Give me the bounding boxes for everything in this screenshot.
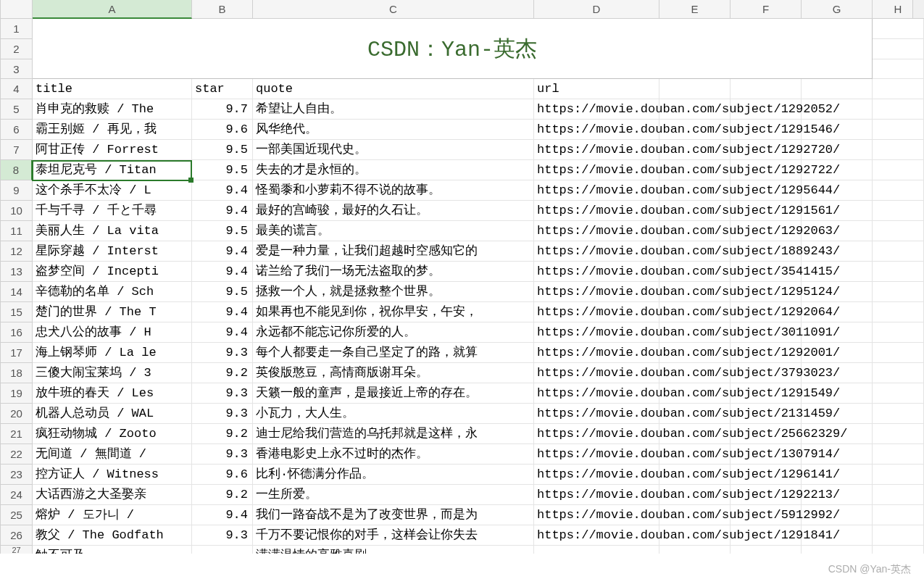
row-header[interactable]: 22 [0,444,33,465]
cell-star[interactable]: 9.5 [192,140,253,160]
header-title[interactable]: title [33,79,192,99]
cell-url[interactable]: https://movie.douban.com/subject/1296141… [534,465,659,485]
cell-title[interactable]: 这个杀手不太冷 / L [33,180,192,201]
cell-quote[interactable]: 千万不要记恨你的对手，这样会让你失去 [253,525,534,546]
row-header[interactable]: 26 [0,525,33,546]
row-header[interactable]: 15 [0,302,33,322]
cell-url[interactable]: https://movie.douban.com/subject/3541415… [534,262,659,282]
cell-quote[interactable]: 英俊版憨豆，高情商版谢耳朵。 [253,363,534,383]
cell-url[interactable]: https://movie.douban.com/subject/3793023… [534,363,659,383]
cell-star[interactable]: 9.5 [192,221,253,241]
cell-url[interactable]: https://movie.douban.com/subject/1889243… [534,241,659,262]
cell-url[interactable] [534,546,659,554]
cell-quote[interactable]: 一生所爱。 [253,485,534,505]
row-header[interactable]: 9 [0,180,33,201]
cell-title[interactable]: 机器人总动员 / WAL [33,404,192,424]
cell-url[interactable]: https://movie.douban.com/subject/1291561… [534,201,659,221]
cell-title[interactable]: 星际穿越 / Interst [33,241,192,262]
cell-url[interactable]: https://movie.douban.com/subject/1291841… [534,525,659,546]
cell-url[interactable]: https://movie.douban.com/subject/3011091… [534,322,659,343]
cell-title[interactable]: 熔炉 / 도가니 / [33,505,192,525]
row-header[interactable]: 2 [0,39,33,59]
cell-star[interactable]: 9.3 [192,525,253,546]
row-header[interactable]: 8 [0,160,33,180]
cell-url[interactable]: https://movie.douban.com/subject/2131459… [534,404,659,424]
cell-url[interactable]: https://movie.douban.com/subject/1292052… [534,99,659,120]
cell-title[interactable]: 控方证人 / Witness [33,465,192,485]
cell-title[interactable]: 教父 / The Godfath [33,525,192,546]
cell-quote[interactable]: 最好的宫崎骏，最好的久石让。 [253,201,534,221]
cell-title[interactable]: 无间道 / 無間道 / [33,444,192,465]
cell-quote[interactable]: 最美的谎言。 [253,221,534,241]
cell-url[interactable]: https://movie.douban.com/subject/1291549… [534,383,659,404]
row-header[interactable]: 24 [0,485,33,505]
cell-star[interactable]: 9.3 [192,343,253,363]
cell-quote[interactable]: 诺兰给了我们一场无法盗取的梦。 [253,262,534,282]
cell-quote[interactable]: 我们一路奋战不是为了改变世界，而是为 [253,505,534,525]
cell-title[interactable]: 楚门的世界 / The T [33,302,192,322]
cell-url[interactable]: https://movie.douban.com/subject/1295644… [534,180,659,201]
cell-quote[interactable]: 迪士尼给我们营造的乌托邦就是这样，永 [253,424,534,444]
cell-title[interactable]: 三傻大闹宝莱坞 / 3 [33,363,192,383]
row-header[interactable]: 10 [0,201,33,221]
cell-url[interactable]: https://movie.douban.com/subject/1307914… [534,444,659,465]
row-header[interactable]: 19 [0,383,33,404]
cell-title[interactable]: 大话西游之大圣娶亲 [33,485,192,505]
cell-star[interactable]: 9.3 [192,444,253,465]
col-header-A[interactable]: A [33,0,192,19]
page-title[interactable]: CSDN：Yan-英杰 [33,19,873,79]
cell-star[interactable]: 9.2 [192,424,253,444]
cell-quote[interactable]: 拯救一个人，就是拯救整个世界。 [253,282,534,302]
row-header[interactable]: 12 [0,241,33,262]
cell-star[interactable]: 9.4 [192,241,253,262]
cell-quote[interactable]: 希望让人自由。 [253,99,534,120]
cell-title[interactable]: 盗梦空间 / Incepti [33,262,192,282]
spreadsheet[interactable]: A B C D E F G H CSDN：Yan-英杰 1 2 3 4 titl… [0,0,924,579]
col-header-B[interactable]: B [192,0,253,19]
col-header-G[interactable]: G [802,0,873,19]
cell-title[interactable]: 触不可及 [33,546,192,554]
cell-title[interactable]: 疯狂动物城 / Zooto [33,424,192,444]
cell-quote[interactable]: 怪蜀黍和小萝莉不得不说的故事。 [253,180,534,201]
row-header[interactable]: 3 [0,59,33,79]
cell-star[interactable] [192,546,253,554]
row-header[interactable]: 1 [0,19,33,39]
cell-star[interactable]: 9.6 [192,120,253,140]
row-header[interactable]: 4 [0,79,33,99]
select-all-corner[interactable] [0,0,33,19]
row-header[interactable]: 11 [0,221,33,241]
cell-title[interactable]: 忠犬八公的故事 / H [33,322,192,343]
cell-title[interactable]: 霸王别姬 / 再见，我 [33,120,192,140]
row-header[interactable]: 13 [0,262,33,282]
cell-quote[interactable]: 爱是一种力量，让我们超越时空感知它的 [253,241,534,262]
cell-url[interactable]: https://movie.douban.com/subject/1292213… [534,485,659,505]
cell-quote[interactable]: 小瓦力，大人生。 [253,404,534,424]
col-header-E[interactable]: E [659,0,731,19]
cell-title[interactable]: 千与千寻 / 千と千尋 [33,201,192,221]
row-header[interactable]: 17 [0,343,33,363]
row-header[interactable]: 27 [0,546,33,554]
cell-star[interactable]: 9.4 [192,262,253,282]
cell-quote[interactable]: 永远都不能忘记你所爱的人。 [253,322,534,343]
cell-url[interactable]: https://movie.douban.com/subject/1292722… [534,160,659,180]
cell-url[interactable]: https://movie.douban.com/subject/1292063… [534,221,659,241]
row-header[interactable]: 5 [0,99,33,120]
row-header[interactable]: 6 [0,120,33,140]
cell-star[interactable]: 9.7 [192,99,253,120]
cell-url[interactable]: https://movie.douban.com/subject/1292064… [534,302,659,322]
cell-star[interactable]: 9.4 [192,201,253,221]
cell-star[interactable]: 9.3 [192,404,253,424]
cell-quote[interactable]: 天籁一般的童声，是最接近上帝的存在。 [253,383,534,404]
cell-title[interactable]: 辛德勒的名单 / Sch [33,282,192,302]
cell-star[interactable]: 9.4 [192,505,253,525]
cell-quote[interactable]: 风华绝代。 [253,120,534,140]
cell-quote[interactable]: 一部美国近现代史。 [253,140,534,160]
cell-quote[interactable]: 满满温情的高雅喜剧 [253,546,534,554]
cell-url[interactable]: https://movie.douban.com/subject/2566232… [534,424,659,444]
row-header[interactable]: 21 [0,424,33,444]
cell-star[interactable]: 9.5 [192,282,253,302]
cell-quote[interactable]: 香港电影史上永不过时的杰作。 [253,444,534,465]
cell-star[interactable]: 9.2 [192,485,253,505]
cell-quote[interactable]: 如果再也不能见到你，祝你早安，午安， [253,302,534,322]
cell-url[interactable]: https://movie.douban.com/subject/1295124… [534,282,659,302]
